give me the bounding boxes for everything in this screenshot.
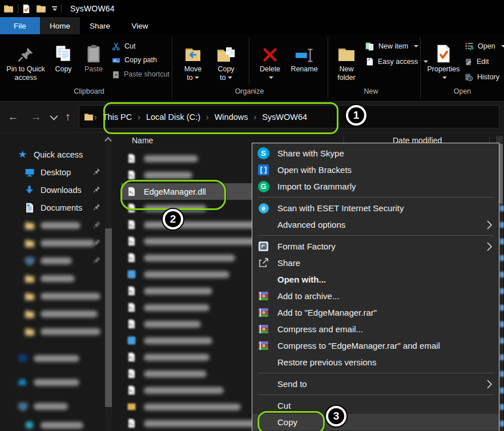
scroll-up-icon[interactable] [104,137,112,144]
menu-item-open-with-brackets[interactable]: []Open with Brackets [252,162,499,178]
sidebar-item-redacted[interactable] [0,373,105,391]
file-name: EdgeManager.dll [144,187,206,196]
titlebar-divider [18,4,18,13]
redacted-file-name [144,404,241,410]
customize-toolbar-icon[interactable] [52,6,57,11]
sidebar-item-downloads[interactable]: Downloads [0,181,105,199]
open-button[interactable]: Open [465,40,504,53]
breadcrumb-item-syswow64[interactable]: SysWOW64 [257,112,312,122]
sidebar-item-documents[interactable]: Documents [0,199,105,216]
column-header-name[interactable]: Name [132,136,153,145]
menu-item-copy[interactable]: Copy [252,414,499,430]
rename-button[interactable]: Rename [287,38,322,74]
copy-button[interactable]: Copy [49,38,78,74]
menu-item-label: Scan with ESET Internet Security [277,203,492,213]
easy-access-button[interactable]: Easy access [365,55,428,68]
title-bar: SysWOW64 [0,0,504,17]
chevron-right-icon[interactable]: › [253,112,257,122]
sidebar-item-redacted[interactable] [0,252,105,269]
new-item-button[interactable]: New item [365,40,418,53]
breadcrumb-item-this-pc[interactable]: This PC [98,112,138,122]
tab-label: Share [90,22,110,30]
sidebar-item-redacted[interactable] [0,305,105,323]
recent-locations-chevron-icon[interactable] [48,102,58,132]
redacted-file-name [144,271,229,278]
address-field[interactable]: › This PC›Local Disk (C:)›Windows›SysWOW… [79,105,499,128]
forward-button[interactable]: → [29,102,43,132]
ribbon-tab-row: FileHomeShareView [0,17,504,34]
paste-shortcut-button[interactable]: Paste shortcut [112,68,170,80]
move-to-button[interactable]: Move to [177,38,209,82]
menu-icon-empty [257,378,269,390]
delete-button[interactable]: Delete [253,38,287,82]
tab-view[interactable]: View [120,17,160,34]
dll-file-icon [127,170,136,180]
quick-access-folder-icon[interactable] [36,3,46,14]
properties-button[interactable]: Properties [425,38,462,82]
tab-home[interactable]: Home [40,17,80,34]
group-label-organize: Organize [235,87,264,95]
properties-check-icon[interactable] [22,4,30,14]
tab-share[interactable]: Share [80,17,120,34]
menu-item-cut[interactable]: Cut [252,397,499,414]
menu-item-label: Add to "EdgeManager.rar" [277,308,492,317]
exe-file-icon [127,269,136,279]
sidebar-item-redacted[interactable] [0,416,105,431]
menu-item-restore-previous-versions[interactable]: Restore previous versions [252,354,499,370]
new-folder-button[interactable]: New folder [330,38,363,82]
menu-item-share[interactable]: Share [252,255,499,271]
menu-item-send-to[interactable]: Send to [252,376,499,392]
menu-item-compress-and-email[interactable]: Compress and email... [252,321,499,337]
window-folder-icon[interactable] [3,3,14,14]
pin-icon [93,203,100,212]
redacted-label [34,355,79,362]
sidebar-item-redacted[interactable] [0,323,105,340]
sidebar-item-redacted[interactable] [0,349,105,367]
pin-to-quick-access-button[interactable]: Pin to Quick access [3,38,48,82]
breadcrumb-item-windows[interactable]: Windows [209,112,253,122]
menu-item-import-to-grammarly[interactable]: GImport to Grammarly [252,178,499,195]
copy-to-button[interactable]: Copy to [210,38,242,82]
winrar-icon [257,307,269,319]
breadcrumb-item-local-disk-c[interactable]: Local Disk (C:) [141,112,205,122]
menu-separator [258,373,493,373]
up-button[interactable]: ↑ [61,102,75,132]
menu-item-add-to-edgemanager-rar[interactable]: Add to "EdgeManager.rar" [252,304,499,321]
eset-icon: e [257,202,269,214]
menu-icon-empty [257,416,269,428]
history-button[interactable]: History [465,71,499,83]
sidebar-scrollbar-thumb[interactable] [105,228,112,407]
redacted-file-name [144,420,258,427]
desktop-icon [24,167,35,178]
file-row-selected[interactable]: EdgeManager.dll [121,183,253,200]
redacted-file-name [144,288,212,295]
chevron-right-icon[interactable]: › [137,112,141,122]
tab-file[interactable]: File [0,17,40,34]
cut-button[interactable]: Cut [112,40,135,53]
sidebar-item-label: Downloads [41,186,82,195]
dll-file-icon [127,385,136,395]
sidebar-item-quick-access[interactable]: ★Quick access [0,146,105,163]
menu-item-label: Cut [277,401,492,410]
sidebar-item-desktop[interactable]: Desktop [0,163,105,181]
menu-item-open-with[interactable]: Open with... [252,271,499,288]
folder-icon [24,273,35,284]
sidebar-item-redacted[interactable] [0,269,105,287]
sidebar-item-redacted[interactable] [0,287,105,305]
copy-path-button[interactable]: Copy path [112,54,157,66]
sidebar-item-redacted[interactable] [0,397,105,415]
menu-item-compress-to-edgemanager-rar-and-email[interactable]: Compress to "EdgeManager.rar" and email [252,337,499,354]
sidebar-item-redacted[interactable] [0,234,105,252]
menu-item-format-factory[interactable]: Format Factory [252,238,499,255]
menu-item-add-to-archive[interactable]: Add to archive... [252,288,499,304]
back-button[interactable]: ← [6,102,21,132]
edit-button[interactable]: Edit [465,55,489,68]
menu-item-share-with-skype[interactable]: SShare with Skype [252,145,499,162]
pc-icon [17,401,28,412]
menu-item-advanced-options[interactable]: Advanced options [252,216,499,233]
menu-item-scan-with-eset-internet-security[interactable]: eScan with ESET Internet Security [252,200,499,216]
sidebar-item-redacted[interactable] [0,216,105,234]
redacted-background-content [500,239,504,244]
paste-button[interactable]: Paste [79,38,108,74]
chevron-right-icon[interactable]: › [205,112,209,122]
